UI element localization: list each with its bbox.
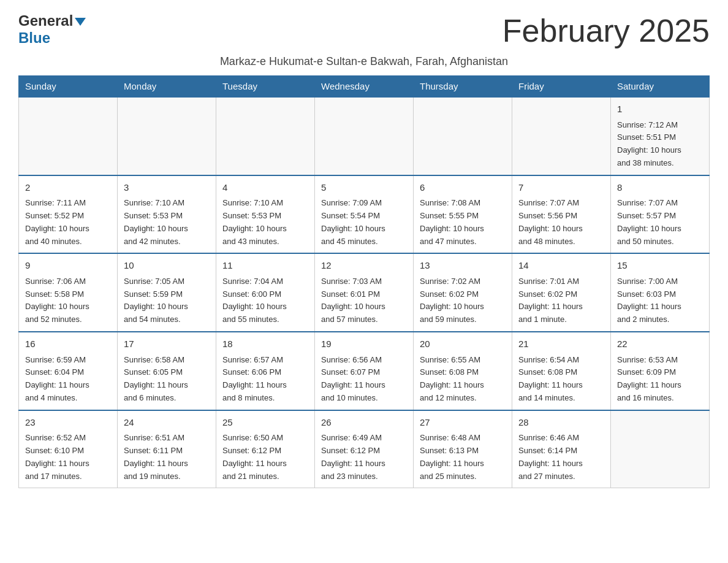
calendar-header-tuesday: Tuesday — [216, 76, 315, 98]
calendar-table: SundayMondayTuesdayWednesdayThursdayFrid… — [18, 75, 710, 488]
calendar-header-wednesday: Wednesday — [315, 76, 414, 98]
day-number: 6 — [420, 181, 506, 195]
calendar-cell: 20Sunrise: 6:55 AM Sunset: 6:08 PM Dayli… — [414, 332, 512, 410]
day-number: 11 — [222, 259, 308, 273]
logo-general-text: General — [18, 12, 73, 29]
day-info: Sunrise: 6:58 AM Sunset: 6:05 PM Dayligh… — [124, 354, 210, 405]
calendar-cell: 26Sunrise: 6:49 AM Sunset: 6:12 PM Dayli… — [315, 410, 414, 488]
calendar-cell: 15Sunrise: 7:00 AM Sunset: 6:03 PM Dayli… — [611, 253, 710, 332]
calendar-header-saturday: Saturday — [611, 76, 710, 98]
day-info: Sunrise: 7:03 AM Sunset: 6:01 PM Dayligh… — [321, 275, 407, 326]
calendar-header-thursday: Thursday — [414, 76, 512, 98]
day-number: 20 — [420, 337, 506, 351]
calendar-cell — [118, 97, 216, 175]
calendar-cell: 18Sunrise: 6:57 AM Sunset: 6:06 PM Dayli… — [216, 332, 315, 410]
day-number: 15 — [617, 259, 703, 273]
calendar-cell — [512, 97, 611, 175]
day-number: 21 — [518, 337, 604, 351]
day-number: 22 — [617, 337, 703, 351]
day-info: Sunrise: 7:01 AM Sunset: 6:02 PM Dayligh… — [518, 275, 604, 326]
calendar-cell: 13Sunrise: 7:02 AM Sunset: 6:02 PM Dayli… — [414, 253, 512, 332]
day-number: 23 — [25, 416, 111, 430]
month-title: February 2025 — [502, 12, 710, 49]
page-header: General Blue February 2025 — [18, 12, 710, 49]
day-info: Sunrise: 7:07 AM Sunset: 5:57 PM Dayligh… — [617, 197, 703, 248]
day-number: 27 — [420, 416, 506, 430]
day-number: 26 — [321, 416, 407, 430]
day-number: 28 — [518, 416, 604, 430]
calendar-header-sunday: Sunday — [19, 76, 118, 98]
calendar-cell: 1Sunrise: 7:12 AM Sunset: 5:51 PM Daylig… — [611, 97, 710, 175]
calendar-header-row: SundayMondayTuesdayWednesdayThursdayFrid… — [19, 76, 710, 98]
day-info: Sunrise: 7:10 AM Sunset: 5:53 PM Dayligh… — [124, 197, 210, 248]
day-info: Sunrise: 7:11 AM Sunset: 5:52 PM Dayligh… — [25, 197, 111, 248]
calendar-cell: 17Sunrise: 6:58 AM Sunset: 6:05 PM Dayli… — [118, 332, 216, 410]
day-number: 25 — [222, 416, 308, 430]
logo: General Blue — [18, 12, 86, 47]
calendar-cell: 14Sunrise: 7:01 AM Sunset: 6:02 PM Dayli… — [512, 253, 611, 332]
calendar-cell: 24Sunrise: 6:51 AM Sunset: 6:11 PM Dayli… — [118, 410, 216, 488]
calendar-week-1: 1Sunrise: 7:12 AM Sunset: 5:51 PM Daylig… — [19, 97, 710, 175]
day-number: 4 — [222, 181, 308, 195]
day-number: 10 — [124, 259, 210, 273]
calendar-cell: 28Sunrise: 6:46 AM Sunset: 6:14 PM Dayli… — [512, 410, 611, 488]
calendar-cell: 21Sunrise: 6:54 AM Sunset: 6:08 PM Dayli… — [512, 332, 611, 410]
calendar-cell: 7Sunrise: 7:07 AM Sunset: 5:56 PM Daylig… — [512, 175, 611, 254]
calendar-cell: 16Sunrise: 6:59 AM Sunset: 6:04 PM Dayli… — [19, 332, 118, 410]
day-number: 19 — [321, 337, 407, 351]
day-info: Sunrise: 7:06 AM Sunset: 5:58 PM Dayligh… — [25, 275, 111, 326]
calendar-cell: 22Sunrise: 6:53 AM Sunset: 6:09 PM Dayli… — [611, 332, 710, 410]
day-info: Sunrise: 6:55 AM Sunset: 6:08 PM Dayligh… — [420, 354, 506, 405]
day-number: 7 — [518, 181, 604, 195]
day-info: Sunrise: 7:02 AM Sunset: 6:02 PM Dayligh… — [420, 275, 506, 326]
calendar-cell: 2Sunrise: 7:11 AM Sunset: 5:52 PM Daylig… — [19, 175, 118, 254]
day-info: Sunrise: 7:05 AM Sunset: 5:59 PM Dayligh… — [124, 275, 210, 326]
day-number: 8 — [617, 181, 703, 195]
day-info: Sunrise: 7:07 AM Sunset: 5:56 PM Dayligh… — [518, 197, 604, 248]
calendar-cell — [216, 97, 315, 175]
calendar-week-4: 16Sunrise: 6:59 AM Sunset: 6:04 PM Dayli… — [19, 332, 710, 410]
calendar-week-2: 2Sunrise: 7:11 AM Sunset: 5:52 PM Daylig… — [19, 175, 710, 254]
day-info: Sunrise: 7:08 AM Sunset: 5:55 PM Dayligh… — [420, 197, 506, 248]
logo-blue-text: Blue — [18, 29, 50, 46]
calendar-cell — [611, 410, 710, 488]
calendar-cell: 4Sunrise: 7:10 AM Sunset: 5:53 PM Daylig… — [216, 175, 315, 254]
calendar-cell: 27Sunrise: 6:48 AM Sunset: 6:13 PM Dayli… — [414, 410, 512, 488]
day-info: Sunrise: 6:59 AM Sunset: 6:04 PM Dayligh… — [25, 354, 111, 405]
day-number: 9 — [25, 259, 111, 273]
calendar-cell: 23Sunrise: 6:52 AM Sunset: 6:10 PM Dayli… — [19, 410, 118, 488]
day-info: Sunrise: 7:10 AM Sunset: 5:53 PM Dayligh… — [222, 197, 308, 248]
day-number: 3 — [124, 181, 210, 195]
calendar-header-friday: Friday — [512, 76, 611, 98]
calendar-cell: 10Sunrise: 7:05 AM Sunset: 5:59 PM Dayli… — [118, 253, 216, 332]
calendar-cell: 25Sunrise: 6:50 AM Sunset: 6:12 PM Dayli… — [216, 410, 315, 488]
calendar-cell: 8Sunrise: 7:07 AM Sunset: 5:57 PM Daylig… — [611, 175, 710, 254]
day-info: Sunrise: 6:57 AM Sunset: 6:06 PM Dayligh… — [222, 354, 308, 405]
day-info: Sunrise: 6:54 AM Sunset: 6:08 PM Dayligh… — [518, 354, 604, 405]
calendar-cell: 5Sunrise: 7:09 AM Sunset: 5:54 PM Daylig… — [315, 175, 414, 254]
location-subtitle: Markaz-e Hukumat-e Sultan-e Bakwah, Fara… — [18, 55, 710, 68]
calendar-cell — [414, 97, 512, 175]
day-info: Sunrise: 6:48 AM Sunset: 6:13 PM Dayligh… — [420, 432, 506, 483]
calendar-cell — [19, 97, 118, 175]
day-info: Sunrise: 6:52 AM Sunset: 6:10 PM Dayligh… — [25, 432, 111, 483]
calendar-cell: 3Sunrise: 7:10 AM Sunset: 5:53 PM Daylig… — [118, 175, 216, 254]
calendar-cell — [315, 97, 414, 175]
calendar-week-5: 23Sunrise: 6:52 AM Sunset: 6:10 PM Dayli… — [19, 410, 710, 488]
day-number: 24 — [124, 416, 210, 430]
day-number: 16 — [25, 337, 111, 351]
day-info: Sunrise: 6:56 AM Sunset: 6:07 PM Dayligh… — [321, 354, 407, 405]
day-number: 5 — [321, 181, 407, 195]
calendar-cell: 11Sunrise: 7:04 AM Sunset: 6:00 PM Dayli… — [216, 253, 315, 332]
day-info: Sunrise: 6:49 AM Sunset: 6:12 PM Dayligh… — [321, 432, 407, 483]
day-info: Sunrise: 6:50 AM Sunset: 6:12 PM Dayligh… — [222, 432, 308, 483]
calendar-header-monday: Monday — [118, 76, 216, 98]
day-number: 2 — [25, 181, 111, 195]
day-number: 18 — [222, 337, 308, 351]
calendar-cell: 19Sunrise: 6:56 AM Sunset: 6:07 PM Dayli… — [315, 332, 414, 410]
day-info: Sunrise: 7:00 AM Sunset: 6:03 PM Dayligh… — [617, 275, 703, 326]
day-info: Sunrise: 6:53 AM Sunset: 6:09 PM Dayligh… — [617, 354, 703, 405]
day-number: 13 — [420, 259, 506, 273]
calendar-cell: 12Sunrise: 7:03 AM Sunset: 6:01 PM Dayli… — [315, 253, 414, 332]
day-number: 14 — [518, 259, 604, 273]
